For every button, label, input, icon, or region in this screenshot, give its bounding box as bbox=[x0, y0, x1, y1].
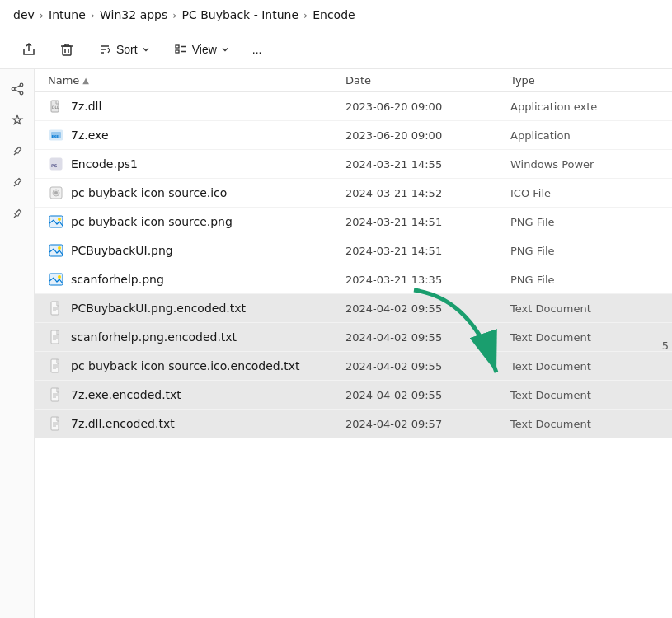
file-type: Windows Power bbox=[510, 158, 659, 171]
svg-point-15 bbox=[54, 191, 58, 194]
file-name: PCBuybackUI.png.encoded.txt bbox=[71, 302, 246, 315]
svg-text:EXE: EXE bbox=[52, 134, 59, 138]
file-type: Text Document bbox=[510, 418, 659, 430]
table-row[interactable]: pc buyback icon source.ico.encoded.txt 2… bbox=[35, 352, 672, 381]
file-name: 7z.dll bbox=[71, 100, 101, 113]
file-icon-ps1: PS bbox=[48, 156, 64, 172]
more-button[interactable]: ... bbox=[244, 38, 270, 61]
svg-point-3 bbox=[20, 83, 23, 87]
svg-point-4 bbox=[12, 87, 15, 91]
svg-rect-26 bbox=[51, 330, 59, 344]
col-name[interactable]: Name ▲ bbox=[48, 74, 345, 87]
sidebar-icon-pin3[interactable] bbox=[4, 170, 31, 196]
svg-rect-2 bbox=[176, 50, 179, 53]
file-name-cell: 7z.exe.encoded.txt bbox=[48, 386, 345, 403]
file-name-cell: PCBuybackUI.png bbox=[48, 242, 345, 259]
file-date: 2024-03-21 14:55 bbox=[345, 158, 510, 171]
file-icon-txt bbox=[48, 358, 64, 374]
svg-point-21 bbox=[58, 275, 61, 279]
file-type: PNG File bbox=[510, 274, 659, 286]
table-row[interactable]: pc buyback icon source.ico 2024-03-21 14… bbox=[35, 179, 672, 208]
file-name: Encode.ps1 bbox=[71, 157, 138, 171]
svg-point-17 bbox=[58, 218, 61, 221]
toolbar: Sort View ... bbox=[0, 30, 672, 69]
sidebar-icon-pin4[interactable] bbox=[4, 201, 31, 227]
breadcrumb-encode[interactable]: Encode bbox=[313, 8, 355, 21]
file-name: PCBuybackUI.png bbox=[71, 244, 173, 257]
table-row[interactable]: DLL 7z.dll 2023-06-20 09:00 Application … bbox=[35, 92, 672, 121]
sort-button[interactable]: Sort bbox=[89, 37, 158, 62]
table-row[interactable]: scanforhelp.png.encoded.txt 2024-04-02 0… bbox=[35, 323, 672, 352]
file-list-wrapper: DLL 7z.dll 2023-06-20 09:00 Application … bbox=[35, 92, 672, 618]
file-type: Text Document bbox=[510, 389, 659, 401]
svg-rect-1 bbox=[176, 45, 179, 48]
svg-point-5 bbox=[20, 91, 23, 95]
view-chevron-icon bbox=[221, 45, 229, 54]
breadcrumb-sep-3: › bbox=[172, 9, 176, 21]
file-icon-exe: EXE bbox=[48, 127, 64, 143]
sort-chevron-icon bbox=[142, 45, 150, 54]
file-icon-txt bbox=[48, 386, 64, 403]
svg-rect-38 bbox=[51, 417, 59, 430]
file-type: PNG File bbox=[510, 245, 659, 257]
breadcrumb-win32[interactable]: Win32 apps bbox=[100, 8, 167, 21]
file-date: 2024-03-21 13:35 bbox=[345, 274, 510, 286]
table-row[interactable]: 7z.dll.encoded.txt 2024-04-02 09:57 Text… bbox=[35, 410, 672, 438]
file-type: Text Document bbox=[510, 331, 659, 344]
trash-icon bbox=[59, 42, 74, 57]
breadcrumb-dev[interactable]: dev bbox=[13, 8, 35, 21]
file-icon-dll: DLL bbox=[48, 98, 64, 115]
file-icon-txt bbox=[48, 300, 64, 316]
breadcrumb-sep-2: › bbox=[91, 9, 95, 21]
file-name-cell: pc buyback icon source.ico bbox=[48, 185, 345, 201]
file-name-cell: scanforhelp.png bbox=[48, 271, 345, 288]
table-row[interactable]: PS Encode.ps1 2024-03-21 14:55 Windows P… bbox=[35, 150, 672, 179]
file-icon-txt bbox=[48, 415, 64, 432]
sidebar-icon-share[interactable] bbox=[4, 76, 31, 102]
breadcrumb: dev › Intune › Win32 apps › PC Buyback -… bbox=[0, 0, 672, 30]
main-content: Name ▲ Date Type DLL 7z.dll 2023-06-20 0… bbox=[0, 69, 672, 618]
file-icon-png bbox=[48, 242, 64, 259]
file-name: pc buyback icon source.ico.encoded.txt bbox=[71, 359, 299, 372]
file-type: PNG File bbox=[510, 216, 659, 228]
svg-rect-0 bbox=[63, 46, 71, 55]
file-date: 2024-04-02 09:55 bbox=[345, 302, 510, 315]
table-row[interactable]: PCBuybackUI.png.encoded.txt 2024-04-02 0… bbox=[35, 294, 672, 323]
table-row[interactable]: EXE 7z.exe 2023-06-20 09:00 Application bbox=[35, 121, 672, 150]
table-row[interactable]: pc buyback icon source.png 2024-03-21 14… bbox=[35, 208, 672, 236]
sidebar-icon-pin2[interactable] bbox=[4, 138, 31, 165]
breadcrumb-intune[interactable]: Intune bbox=[49, 8, 86, 21]
table-row[interactable]: 7z.exe.encoded.txt 2024-04-02 09:55 Text… bbox=[35, 381, 672, 410]
file-icon-ico bbox=[48, 185, 64, 201]
sort-arrow-up: ▲ bbox=[82, 76, 89, 85]
file-icon-png bbox=[48, 271, 64, 288]
file-type: Application bbox=[510, 129, 659, 142]
svg-text:DLL: DLL bbox=[52, 105, 59, 110]
col-type[interactable]: Type bbox=[510, 74, 659, 87]
table-row[interactable]: PCBuybackUI.png 2024-03-21 14:51 PNG Fil… bbox=[35, 236, 672, 265]
sidebar-icon-pin1[interactable] bbox=[4, 107, 31, 133]
col-date[interactable]: Date bbox=[345, 74, 510, 87]
more-label: ... bbox=[252, 43, 262, 56]
breadcrumb-sep-1: › bbox=[40, 9, 44, 21]
file-date: 2024-03-21 14:52 bbox=[345, 187, 510, 199]
file-date: 2024-03-21 14:51 bbox=[345, 245, 510, 257]
table-row[interactable]: scanforhelp.png 2024-03-21 13:35 PNG Fil… bbox=[35, 265, 672, 294]
file-name-cell: pc buyback icon source.ico.encoded.txt bbox=[48, 358, 345, 374]
file-name-cell: PCBuybackUI.png.encoded.txt bbox=[48, 300, 345, 316]
file-date: 2024-04-02 09:55 bbox=[345, 360, 510, 372]
breadcrumb-sep-4: › bbox=[303, 9, 308, 21]
breadcrumb-pcbuyback[interactable]: PC Buyback - Intune bbox=[181, 8, 298, 21]
file-name: 7z.exe.encoded.txt bbox=[71, 388, 181, 401]
file-date: 2023-06-20 09:00 bbox=[345, 129, 510, 142]
svg-rect-30 bbox=[51, 359, 59, 372]
file-name: scanforhelp.png bbox=[71, 273, 164, 286]
file-type: Text Document bbox=[510, 360, 659, 372]
sort-icon bbox=[97, 42, 112, 57]
file-name-cell: PS Encode.ps1 bbox=[48, 156, 345, 172]
share-button[interactable] bbox=[13, 37, 45, 62]
file-name: scanforhelp.png.encoded.txt bbox=[71, 330, 237, 344]
view-button[interactable]: View bbox=[165, 37, 237, 62]
delete-button[interactable] bbox=[51, 37, 82, 62]
file-icon-txt bbox=[48, 329, 64, 345]
